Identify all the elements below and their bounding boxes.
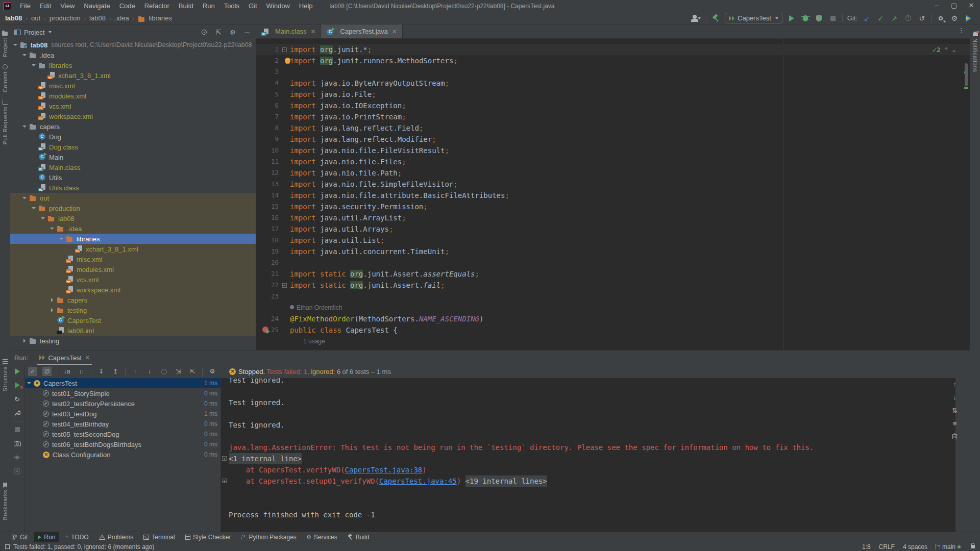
coverage-button[interactable]	[815, 14, 824, 23]
tree-item-main-class[interactable]: 01Main.class	[10, 162, 256, 172]
bottom-bar-terminal[interactable]: Terminal	[139, 532, 179, 542]
code-line-4[interactable]: 4import java.io.ByteArrayOutputStream;	[256, 78, 970, 89]
breadcrumb-item[interactable]: lab08	[89, 14, 106, 22]
tree-item-vcs-xml[interactable]: <>vcs.xml	[10, 101, 256, 111]
run-console[interactable]: Test ignored.Test ignored.Test ignored.j…	[220, 378, 955, 532]
breadcrumb-item[interactable]: out	[31, 14, 40, 22]
panel-settings-gear-icon[interactable]: ⚙	[228, 28, 237, 37]
stacktrace-link[interactable]: CapersTest.java:38	[345, 464, 423, 475]
show-ignored-icon[interactable]: ∅	[42, 367, 52, 376]
code-line-9[interactable]: 9import java.lang.reflect.Modifier;	[256, 134, 970, 145]
tree-item-out[interactable]: out	[10, 193, 256, 203]
code-line-23[interactable]: 23	[256, 291, 970, 302]
debug-button[interactable]	[801, 14, 810, 23]
test-chevron-icon[interactable]	[27, 382, 31, 384]
tree-item-capers[interactable]: capers	[10, 295, 256, 305]
breadcrumb-item[interactable]: libraries	[138, 14, 172, 22]
run-test-class-icon[interactable]	[262, 327, 268, 333]
code-area[interactable]: 1−import org.junit.*;2import org.junit.r…	[256, 39, 970, 350]
code-line-2[interactable]: 2import org.junit.runners.MethodSorters;	[256, 55, 970, 66]
search-everywhere-icon[interactable]	[936, 14, 945, 23]
bottom-bar-problems[interactable]: Problems	[95, 532, 138, 542]
tree-item-utils[interactable]: Utils	[10, 172, 256, 183]
toggle-auto-test-icon[interactable]: ↻	[13, 395, 21, 403]
tree-item-vcs-xml[interactable]: <>vcs.xml	[10, 274, 256, 285]
tree-item-lab08[interactable]: lab08sources root, C:\Users\David Nicula…	[10, 40, 256, 50]
menu-view[interactable]: View	[56, 2, 79, 10]
tree-item--idea[interactable]: .idea	[10, 223, 256, 234]
close-tab-icon[interactable]: ✕	[392, 28, 397, 35]
tree-item-workspace-xml[interactable]: <>workspace.xml	[10, 111, 256, 121]
indent-setting[interactable]: 4 spaces	[903, 543, 927, 550]
prev-problem-icon[interactable]: ⌃	[945, 46, 948, 53]
tree-item-capers[interactable]: capers	[10, 121, 256, 132]
tree-item-misc-xml[interactable]: <>misc.xml	[10, 254, 256, 264]
menu-edit[interactable]: Edit	[35, 2, 56, 10]
menu-window[interactable]: Window	[262, 2, 295, 10]
show-passed-icon[interactable]: ✓	[28, 367, 37, 376]
soft-wrap-icon[interactable]: ⇅	[952, 407, 958, 414]
stop-button[interactable]	[828, 14, 838, 23]
editor-scrollbar[interactable]	[964, 54, 969, 345]
git-push-icon[interactable]: ↗	[890, 14, 899, 23]
next-problem-icon[interactable]: ⌄	[952, 46, 955, 53]
tree-chevron-icon[interactable]	[51, 298, 53, 302]
tree-chevron-icon[interactable]	[59, 238, 63, 240]
test-row-test04-testbirthday[interactable]: test04_testBirthday0 ms	[25, 419, 220, 429]
test-history-clock-icon[interactable]	[159, 367, 168, 376]
close-button[interactable]: ✕	[963, 0, 980, 12]
tree-item-libraries[interactable]: libraries	[10, 234, 256, 244]
bottom-bar-run[interactable]: Run	[34, 532, 59, 542]
previous-failed-test-icon[interactable]: ↑	[131, 367, 140, 376]
tree-item-xchart-3-8-1-xml[interactable]: <>xchart_3_8_1.xml	[10, 70, 256, 81]
caret-position[interactable]: 1:8	[862, 543, 871, 550]
tree-item-dog-class[interactable]: 01Dog.class	[10, 142, 256, 152]
rerun-failed-tests-button[interactable]: 9	[13, 381, 21, 389]
run-button[interactable]	[787, 14, 796, 23]
git-commit-icon[interactable]: ✓	[876, 14, 885, 23]
tree-item-testing[interactable]: testing	[10, 305, 256, 315]
tree-item-caperstest[interactable]: CapersTest	[10, 315, 256, 325]
bottom-bar-build[interactable]: Build	[344, 532, 374, 542]
scroll-to-end-icon[interactable]: ≡	[953, 420, 957, 428]
export-results-icon[interactable]: ⇱	[188, 367, 197, 376]
menu-git[interactable]: Git	[244, 2, 262, 10]
profiler-icon[interactable]	[13, 453, 21, 461]
test-row-test06-testbothdogsbirthdays[interactable]: test06_testBothDogsBirthdays0 ms	[25, 439, 220, 449]
history-icon[interactable]	[903, 14, 913, 23]
code-line-24[interactable]: 24@FixMethodOrder(MethodSorters.NAME_ASC…	[256, 313, 970, 324]
run-tab-caperstest[interactable]: CapersTest ✕	[37, 350, 92, 365]
test-row-class-configuration[interactable]: ✕Class Configuration0 ms	[25, 449, 220, 460]
editor-tab-main-class[interactable]: 01Main.class✕	[256, 24, 321, 38]
tool-window-notifications[interactable]: Notifications	[970, 32, 980, 72]
collapse-all-icon[interactable]: ⇱	[214, 28, 223, 37]
menu-navigate[interactable]: Navigate	[79, 2, 114, 10]
tree-item-modules-xml[interactable]: <>modules.xml	[10, 91, 256, 101]
test-summary[interactable]: Tests failed: 1, passed: 0, ignored: 6 (…	[13, 543, 154, 550]
menu-code[interactable]: Code	[115, 2, 140, 10]
tab-options-icon[interactable]: ⋮	[953, 24, 970, 38]
hide-panel-icon[interactable]: ─	[242, 28, 252, 37]
rerun-button[interactable]	[13, 367, 21, 375]
code-line-19[interactable]: 19import java.util.concurrent.TimeUnit;	[256, 246, 970, 257]
add-account-icon[interactable]	[692, 14, 701, 23]
tool-window-bookmarks[interactable]: Bookmarks	[0, 483, 10, 520]
menu-build[interactable]: Build	[174, 2, 198, 10]
line-ending[interactable]: CRLF	[879, 543, 895, 550]
maximize-button[interactable]: ▢	[945, 0, 963, 12]
bottom-bar-todo[interactable]: ≡TODO	[61, 532, 92, 542]
test-settings-wrench-icon[interactable]	[13, 409, 21, 417]
minimize-button[interactable]: –	[928, 0, 945, 12]
editor-tab-caperstest-java[interactable]: CapersTest.java✕	[321, 24, 402, 38]
git-update-icon[interactable]: ↙	[862, 14, 871, 23]
test-row-test02-teststorypersistence[interactable]: test02_testStoryPersistence0 ms	[25, 398, 220, 409]
locate-file-icon[interactable]	[200, 28, 209, 37]
rollback-icon[interactable]: ↺	[917, 14, 926, 23]
expand-fold-icon[interactable]: +	[222, 479, 227, 483]
bottom-bar-style-checker[interactable]: Style Checker	[181, 532, 235, 542]
tree-item-libraries[interactable]: libraries	[10, 60, 256, 70]
fold-marker-icon[interactable]: −	[282, 283, 287, 288]
code-line-7[interactable]: 7import java.io.PrintStream;	[256, 111, 970, 122]
tree-item-main[interactable]: Main	[10, 152, 256, 162]
menu-run[interactable]: Run	[198, 2, 219, 10]
